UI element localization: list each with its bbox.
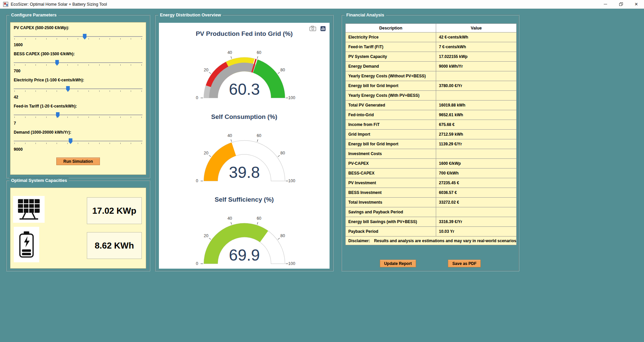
row-description: Investment Costs (346, 149, 436, 159)
table-header-cell: Value (436, 24, 517, 32)
configure-panel-title: Configure Parameters (9, 12, 58, 18)
financial-panel-title: Financial Analysis (345, 12, 386, 18)
feed-in-tariff-value: 7 (14, 121, 142, 126)
gauge-value: 39.8 (229, 163, 259, 181)
row-value: 700 €/kWh (436, 168, 517, 178)
row-description: Income from FiT (346, 120, 436, 130)
save-pdf-button[interactable]: Save as PDF (448, 260, 481, 267)
close-icon: ✕ (635, 2, 638, 7)
maximize-button[interactable] (613, 0, 629, 9)
table-row: Payback Period10.03 Yr (346, 227, 517, 236)
row-value: 3316.39 €/Yr (436, 217, 517, 227)
financial-analysis-panel: Financial Analysis DescriptionValue Elec… (341, 15, 519, 271)
titlebar: EcoSizer: Optimal Home Solar + Battery S… (0, 0, 644, 9)
row-value: 42 €-cents/kWh (436, 32, 517, 42)
row-description: Payback Period (346, 227, 436, 236)
optimal-capacities-panel: Optimal System Capacities 17.02 KWp (6, 180, 150, 271)
table-row: Savings and Payback Period (346, 207, 517, 217)
energy-panel-title: Energy Distribution Overview (158, 12, 223, 18)
slider-track[interactable] (14, 88, 142, 89)
close-button[interactable]: ✕ (629, 0, 644, 9)
row-value: 3780.00 €/Yr (436, 81, 517, 91)
gauge-title: PV Production Fed into Grid (%) (196, 30, 293, 38)
bess-capex-slider[interactable] (14, 60, 142, 67)
plotly-logo-icon[interactable] (320, 26, 326, 31)
slider-track[interactable] (14, 62, 142, 63)
slider-track[interactable] (14, 36, 142, 37)
table-row: PV Investment27235.45 € (346, 178, 517, 188)
svg-text:100: 100 (288, 178, 295, 183)
camera-icon[interactable] (309, 26, 316, 31)
table-row: Total PV Generated16019.88 kWh (346, 100, 517, 110)
row-value: 1600 €/kWp (436, 159, 517, 168)
row-description: Energy Demand (346, 62, 436, 71)
table-row: Energy Demand9000 kWh/Yr (346, 62, 517, 71)
disclaimer-label: Disclaimer: (348, 238, 370, 243)
row-value: 10.03 Yr (436, 227, 517, 236)
pv-capacity-value: 17.02 KWp (87, 197, 142, 224)
gauge-title: Self Sufficiency (%) (215, 196, 274, 203)
svg-text:0: 0 (196, 261, 198, 266)
feed-in-tariff-slider[interactable] (14, 112, 142, 119)
chart-modebar (309, 26, 326, 31)
row-description: Total Investments (346, 198, 436, 207)
row-value: 27235.45 € (436, 178, 517, 188)
row-description: BESS Investment (346, 188, 436, 198)
configure-form: PV CAPEX (500-2500 €/kWp):1600BESS CAPEX… (10, 22, 146, 175)
minimize-button[interactable] (598, 0, 613, 9)
table-row: BESS-CAPEX700 €/kWh (346, 168, 517, 178)
svg-text:60: 60 (256, 216, 261, 221)
table-row: BESS Investment6036.57 € (346, 188, 517, 198)
gauge-value: 69.9 (229, 246, 259, 264)
row-value (436, 71, 517, 81)
energy-distribution-panel: Energy Distribution Overview PV Producti… (155, 15, 334, 271)
svg-text:80: 80 (280, 150, 285, 155)
pv-capex-label: PV CAPEX (500-2500 €/kWp): (14, 25, 142, 30)
table-row: Total Investments33272.02 € (346, 198, 517, 207)
row-description: Yearly Energy Costs (With PV+BESS) (346, 91, 436, 100)
row-description: Fed-into-Grid (346, 110, 436, 120)
disclaimer-row: Disclaimer:Results and analysis are esti… (346, 236, 517, 245)
gauge-stack: PV Production Fed into Grid (%)020406080… (159, 30, 330, 279)
row-description: Electricity Price (346, 32, 436, 42)
demand-slider[interactable] (14, 138, 142, 145)
svg-text:0: 0 (196, 95, 198, 100)
bess-icon-tile (14, 227, 39, 262)
table-header-cell: Description (346, 24, 436, 32)
row-value (436, 91, 517, 100)
slider-ticks (14, 90, 142, 92)
svg-text:60: 60 (256, 133, 261, 138)
slider-track[interactable] (14, 141, 142, 141)
svg-text:100: 100 (288, 95, 295, 100)
row-value (436, 149, 517, 159)
bess-capacity-value: 8.62 KWh (87, 232, 142, 259)
svg-text:40: 40 (227, 216, 232, 221)
row-description: PV-CAPEX (346, 159, 436, 168)
pv-capex-block: PV CAPEX (500-2500 €/kWp):1600 (14, 22, 142, 48)
update-report-button[interactable]: Update Report (380, 260, 416, 267)
feed-in-tariff-block: Feed-in Tariff (1-20 €-cents/kWh):7 (14, 100, 142, 126)
gauge-2: Self Consumption (%)02040608010039.8 (185, 113, 304, 188)
chart-canvas: PV Production Fed into Grid (%)020406080… (159, 23, 330, 269)
battery-icon (17, 230, 36, 259)
pv-icon-tile (13, 196, 45, 223)
bess-capex-block: BESS CAPEX (300-1500 €/kWh):700 (14, 48, 142, 74)
pv-capex-slider[interactable] (14, 33, 142, 41)
row-value: 7 €-cents/kWh (436, 42, 517, 52)
row-description: Energy bill Savings (with PV+BESS) (346, 217, 436, 227)
svg-text:0: 0 (196, 178, 198, 183)
slider-track[interactable] (14, 115, 142, 115)
row-description: Savings and Payback Period (346, 207, 436, 217)
financial-table: DescriptionValue Electricity Price42 €-c… (345, 23, 517, 245)
demand-block: Demand (1000-20000 kWh/Yr):9000 (14, 126, 142, 152)
bess-capex-label: BESS CAPEX (300-1500 €/kWh): (14, 52, 142, 57)
svg-text:40: 40 (227, 50, 232, 55)
svg-text:40: 40 (227, 133, 232, 138)
slider-ticks (14, 64, 142, 66)
electricity-price-block: Electricity Price (1-100 €-cents/kWh):42 (14, 74, 142, 100)
minimize-icon (604, 4, 607, 4)
electricity-price-slider[interactable] (14, 86, 142, 93)
demand-label: Demand (1000-20000 kWh/Yr): (14, 130, 142, 135)
svg-text:100: 100 (288, 261, 295, 266)
run-simulation-button[interactable]: Run Simulation (56, 157, 100, 165)
